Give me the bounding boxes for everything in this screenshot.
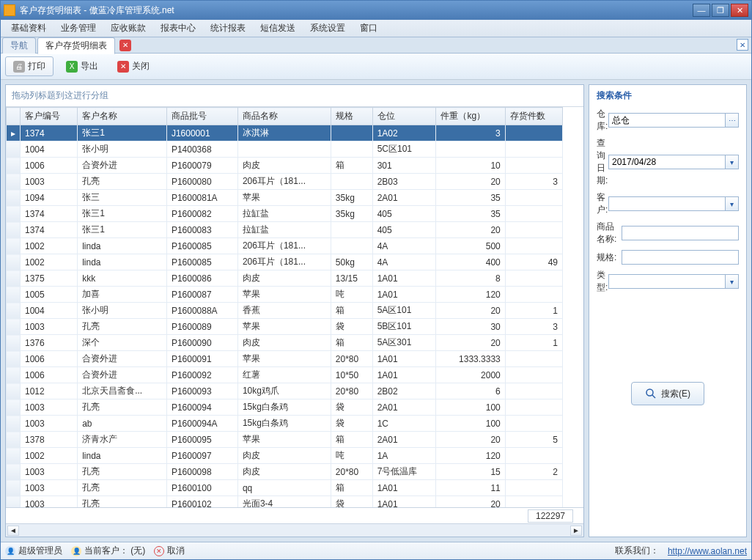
table-row[interactable]: 1094张三P1600081A苹果35kg2A0135 (7, 190, 563, 206)
cell[interactable]: ab (78, 416, 167, 432)
menu-sms[interactable]: 短信发送 (253, 20, 303, 37)
cell[interactable]: 206耳片（181... (237, 238, 331, 254)
cell[interactable]: 35 (436, 190, 505, 206)
cell[interactable]: 1333.3333 (436, 351, 505, 367)
cell[interactable] (237, 141, 331, 158)
cell[interactable]: 5A区301 (372, 335, 436, 351)
warehouse-input[interactable] (608, 113, 726, 128)
cell[interactable]: 20 (436, 303, 505, 319)
table-row[interactable]: 1003abP1600094A15kg白条鸡袋1C100 (7, 416, 563, 432)
cell[interactable]: P1600087 (166, 287, 237, 303)
cell[interactable]: 5B区101 (372, 319, 436, 335)
search-button[interactable]: 搜索(E) (631, 382, 704, 405)
col-customer-no[interactable]: 客户编号 (21, 108, 78, 125)
tab-close-icon[interactable]: ✕ (119, 40, 131, 51)
spec-input[interactable] (622, 250, 739, 265)
cell[interactable]: 1003 (21, 480, 78, 496)
cell[interactable] (505, 448, 562, 464)
cell[interactable]: 1002 (21, 448, 78, 464)
cell[interactable]: 1002 (21, 254, 78, 270)
cell[interactable]: P1600090 (166, 335, 237, 351)
cell[interactable] (331, 222, 372, 238)
cell[interactable]: 1A (372, 448, 436, 464)
window-close-button[interactable]: ✕ (731, 4, 748, 17)
col-product-name[interactable]: 商品名称 (237, 108, 331, 125)
cell[interactable] (505, 238, 562, 254)
menu-statistics[interactable]: 统计报表 (203, 20, 253, 37)
grid-scroll[interactable]: 客户编号 客户名称 商品批号 商品名称 规格 仓位 件重（kg） 存货件数 ▸1… (6, 107, 583, 507)
cell[interactable]: 箱 (331, 480, 372, 496)
menu-window[interactable]: 窗口 (353, 20, 385, 37)
cell[interactable]: 500 (436, 238, 505, 254)
date-dropdown-icon[interactable]: ▾ (726, 155, 739, 169)
cell[interactable] (505, 190, 562, 206)
cell[interactable]: 冰淇淋 (237, 125, 331, 141)
cell[interactable]: qq (237, 480, 331, 496)
col-location[interactable]: 仓位 (372, 108, 436, 125)
cell[interactable]: 箱 (331, 158, 372, 174)
table-row[interactable]: 1006合资外进P1600092红薯10*501A012000 (7, 367, 563, 383)
cell[interactable]: P1600095 (166, 432, 237, 448)
cell[interactable]: 袋 (331, 399, 372, 416)
type-input[interactable] (608, 274, 726, 289)
cell[interactable]: 袋 (331, 496, 372, 508)
menu-report-center[interactable]: 报表中心 (153, 20, 203, 37)
cell[interactable] (505, 158, 562, 174)
cell[interactable]: 2 (505, 464, 562, 480)
close-button[interactable]: ✕ 关闭 (111, 57, 156, 75)
cell[interactable]: 20 (436, 496, 505, 508)
menu-basic-data[interactable]: 基础资料 (4, 20, 54, 37)
cell[interactable]: 合资外进 (78, 351, 167, 367)
cell[interactable]: P1600092 (166, 367, 237, 383)
table-row[interactable]: 1006合资外进P1600079肉皮箱30110 (7, 158, 563, 174)
cell[interactable]: 孔亮 (78, 399, 167, 416)
cell[interactable]: 孔亮 (78, 319, 167, 335)
cell[interactable]: 49 (505, 254, 562, 270)
cell[interactable]: 1A01 (372, 496, 436, 508)
cell[interactable]: 10kg鸡爪 (237, 383, 331, 399)
cell[interactable] (505, 367, 562, 383)
cell[interactable]: 苹果 (237, 351, 331, 367)
cell[interactable]: 孔亮 (78, 480, 167, 496)
cell[interactable] (505, 222, 562, 238)
cell[interactable] (436, 141, 505, 158)
cell[interactable]: 张三 (78, 190, 167, 206)
cell[interactable]: 1004 (21, 303, 78, 319)
cell[interactable]: 400 (436, 254, 505, 270)
cell[interactable]: P1600083 (166, 222, 237, 238)
cell[interactable]: 1A02 (372, 125, 436, 141)
customer-dropdown-icon[interactable]: ▾ (726, 196, 739, 211)
cell[interactable]: 拉缸盐 (237, 206, 331, 222)
cell[interactable]: 35kg (331, 190, 372, 206)
cell[interactable]: 7号低温库 (372, 464, 436, 480)
cell[interactable]: 8 (436, 270, 505, 287)
cell[interactable] (331, 125, 372, 141)
cell[interactable]: 张三1 (78, 222, 167, 238)
cell[interactable]: 13/15 (331, 270, 372, 287)
cell[interactable]: 15 (436, 464, 505, 480)
cell[interactable]: 10*50 (331, 367, 372, 383)
cell[interactable]: 5A区101 (372, 303, 436, 319)
cell[interactable]: 苹果 (237, 319, 331, 335)
cell[interactable]: 1003 (21, 496, 78, 508)
cell[interactable]: 3 (505, 319, 562, 335)
cell[interactable]: 1012 (21, 383, 78, 399)
cell[interactable]: 1004 (21, 141, 78, 158)
cell[interactable]: P1400368 (166, 141, 237, 158)
cell[interactable]: 孔亮 (78, 464, 167, 480)
table-row[interactable]: 1003孔亮P1600089苹果袋5B区101303 (7, 319, 563, 335)
cell[interactable]: P1600088A (166, 303, 237, 319)
cell[interactable]: 2A01 (372, 190, 436, 206)
col-batch[interactable]: 商品批号 (166, 108, 237, 125)
cell[interactable]: 袋 (331, 319, 372, 335)
cell[interactable]: 100 (436, 399, 505, 416)
cell[interactable] (505, 351, 562, 367)
cell[interactable]: 35kg (331, 206, 372, 222)
cell[interactable]: 1A01 (372, 270, 436, 287)
cell[interactable] (331, 141, 372, 158)
cell[interactable]: P1600085 (166, 254, 237, 270)
col-customer-name[interactable]: 客户名称 (78, 108, 167, 125)
cell[interactable]: 206耳片（181... (237, 254, 331, 270)
table-row[interactable]: 1002lindaP1600085206耳片（181...4A500 (7, 238, 563, 254)
cell[interactable]: 1375 (21, 270, 78, 287)
